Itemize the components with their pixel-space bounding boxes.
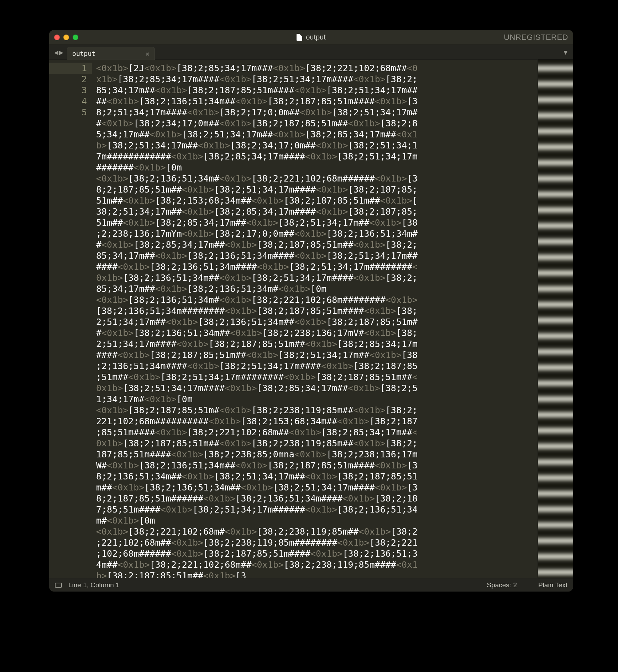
code-row: ;2;136;51;34m####<0x1b>[38;2;51;34;17m##… [96, 361, 535, 372]
code-row: 0x1b>[38;2;136;51;34m##<0x1b>[38;2;51;34… [96, 272, 535, 283]
line-number: 5 [49, 107, 92, 118]
code-row: [38;2;136;51;34m########<0x1b>[38;2;187;… [96, 305, 535, 316]
history-nav: ◀ ▶ [52, 48, 67, 59]
code-row: 187;85;51m####<0x1b>[38;2;238;85;0mna<0x… [96, 449, 535, 460]
editor-area: 12345 <0x1b>[2J<0x1b>[38;2;85;34;17m###<… [49, 60, 573, 578]
editor-window: output UNREGISTERED ◀ ▶ output × ▼ 12345… [49, 30, 573, 592]
code-row: #<0x1b>[38;2;85;34;17m##<0x1b>[38;2;187;… [96, 239, 535, 250]
code-row: 1;34;17m#<0x1b>[0m [96, 394, 535, 405]
code-row: W#<0x1b>[38;2;136;51;34m##<0x1b>[38;2;18… [96, 460, 535, 471]
code-row: #######<0x1b>[0m [96, 162, 535, 173]
status-cursor-position[interactable]: Line 1, Column 1 [68, 581, 120, 589]
text-content[interactable]: <0x1b>[2J<0x1b>[38;2;85;34;17m###<0x1b>[… [92, 60, 538, 578]
tabs-menu-button[interactable]: ▼ [564, 48, 567, 56]
code-row: 8;2;51;34;17m####<0x1b>[38;2;17;0;0m##<0… [96, 107, 535, 118]
status-bar: Line 1, Column 1 Spaces: 2 Plain Text [49, 578, 573, 592]
code-row: ;221;102;68m##<0x1b>[38;2;238;119;85m###… [96, 537, 535, 548]
code-row: ####<0x1b>[38;2;136;51;34m####<0x1b>[38;… [96, 261, 535, 272]
code-row: 8;2;187;85;51m##<0x1b>[38;2;51;34;17m###… [96, 184, 535, 195]
code-row: 85;34;17m##<0x1b>[38;2;136;51;34m####<0x… [96, 250, 535, 261]
code-row: #<0x1b>[38;2;34;17;0m##<0x1b>[38;2;187;8… [96, 118, 535, 129]
code-row: 7;85;51m####<0x1b>[38;2;51;34;17m######<… [96, 504, 535, 515]
code-row: b>[38;2;51;34;17m##<0x1b>[38;2;34;17;0m#… [96, 140, 535, 151]
line-number: 4 [49, 96, 92, 107]
code-row: m##<0x1b>[38;2;136;51;34m##<0x1b>[38;2;5… [96, 482, 535, 493]
code-row: 8;2;187;85;51m######<0x1b>[38;2;136;51;3… [96, 493, 535, 504]
window-title: output [49, 33, 573, 41]
code-row: m#<0x1b>[0m [96, 515, 535, 526]
code-row: <0x1b>[2J<0x1b>[38;2;85;34;17m###<0x1b>[… [96, 63, 535, 74]
tab-row: ◀ ▶ output × ▼ [49, 45, 573, 60]
titlebar: output UNREGISTERED [49, 30, 573, 45]
tab-output[interactable]: output × [67, 47, 155, 60]
code-row: 85;34;17m##<0x1b>[38;2;187;85;51m####<0x… [96, 85, 535, 96]
code-row: x1b>[38;2;85;34;17m####<0x1b>[38;2;51;34… [96, 74, 535, 85]
code-row: 8;2;136;51;34m##<0x1b>[38;2;51;34;17m##<… [96, 471, 535, 482]
code-row: <0x1b>[38;2;187;85;51m#<0x1b>[38;2;238;1… [96, 405, 535, 416]
code-row: 7m############<0x1b>[38;2;85;34;17m####<… [96, 151, 535, 162]
code-row: 51m##<0x1b>[38;2;153;68;34m##<0x1b>[38;2… [96, 195, 535, 206]
pane-icon[interactable] [55, 583, 62, 588]
tab-label: output [72, 50, 95, 57]
code-row: 221;102;68m##########<0x1b>[38;2;153;68;… [96, 416, 535, 427]
minimap[interactable] [538, 60, 573, 578]
code-row: ##<0x1b>[38;2;136;51;34m##<0x1b>[38;2;18… [96, 96, 535, 107]
code-row: <0x1b>[38;2;136;51;34m#<0x1b>[38;2;221;1… [96, 173, 535, 184]
document-icon [297, 34, 302, 41]
code-row: <0x1b>[38;2;221;102;68m#<0x1b>[38;2;238;… [96, 526, 535, 537]
line-number: 3 [49, 85, 92, 96]
nav-forward-icon[interactable]: ▶ [59, 48, 63, 57]
code-row: 85;34;17m##<0x1b>[38;2;136;51;34m#<0x1b>… [96, 283, 535, 294]
tab-close-icon[interactable]: × [145, 50, 150, 57]
code-row: 0x1b>[38;2;187;85;51m##<0x1b>[38;2;238;1… [96, 438, 535, 449]
line-number: 1 [49, 63, 92, 74]
code-row: <0x1b>[38;2;136;51;34m#<0x1b>[38;2;221;1… [96, 294, 535, 305]
code-row: 0x1b>[38;2;51;34;17m####<0x1b>[38;2;85;3… [96, 383, 535, 394]
code-row: ;51m##<0x1b>[38;2;51;34;17m########<0x1b… [96, 372, 535, 383]
window-title-text: output [306, 33, 326, 41]
code-row: 5;34;17m##<0x1b>[38;2;51;34;17m##<0x1b>[… [96, 129, 535, 140]
status-indentation[interactable]: Spaces: 2 [487, 581, 517, 589]
code-row: ;102;68m######<0x1b>[38;2;187;85;51m####… [96, 548, 535, 559]
code-row: 38;2;51;34;17m##<0x1b>[38;2;85;34;17m###… [96, 206, 535, 217]
code-row: b>[38;2;187;85;51m##<0x1b>[3 [96, 570, 535, 578]
code-row: 4m##<0x1b>[38;2;221;102;68m##<0x1b>[38;2… [96, 559, 535, 570]
code-row: ;85;51m####<0x1b>[38;2;221;102;68m##<0x1… [96, 427, 535, 438]
code-row: 2;51;34;17m##<0x1b>[38;2;136;51;34m##<0x… [96, 316, 535, 327]
status-syntax[interactable]: Plain Text [538, 581, 567, 589]
line-number-gutter: 12345 [49, 60, 92, 578]
line-number: 2 [49, 74, 92, 85]
code-row: 2;51;34;17m####<0x1b>[38;2;187;85;51m##<… [96, 338, 535, 350]
code-row: #<0x1b>[38;2;136;51;34m##<0x1b>[38;2;238… [96, 327, 535, 338]
nav-back-icon[interactable]: ◀ [54, 48, 58, 57]
code-row: ;2;238;136;17mYm<0x1b>[38;2;17;0;0m##<0x… [96, 228, 535, 239]
code-row: ####<0x1b>[38;2;187;85;51m##<0x1b>[38;2;… [96, 350, 535, 361]
code-row: 51m##<0x1b>[38;2;85;34;17m##<0x1b>[38;2;… [96, 217, 535, 228]
